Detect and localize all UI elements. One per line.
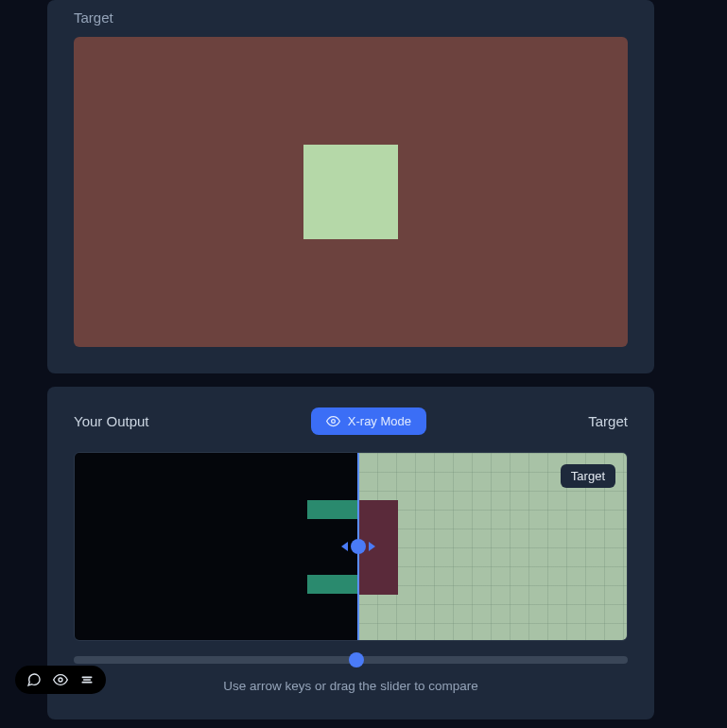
settings-icon[interactable]	[79, 672, 95, 687]
compare-canvas[interactable]: Target	[74, 452, 628, 641]
compare-target-label: Target	[588, 413, 628, 429]
chat-icon[interactable]	[26, 672, 42, 687]
floating-toolbar	[15, 666, 106, 694]
output-shape-1	[307, 500, 358, 519]
svg-point-1	[59, 678, 62, 682]
target-badge: Target	[561, 464, 615, 488]
target-label: Target	[74, 9, 628, 26]
output-shape-2	[307, 575, 358, 594]
arrow-left-icon	[341, 542, 348, 551]
target-panel: Target	[47, 0, 654, 373]
compare-target-view: Target	[358, 453, 627, 640]
output-label: Your Output	[74, 413, 149, 429]
xray-mode-button[interactable]: X-ray Mode	[311, 407, 426, 435]
handle-circle[interactable]	[351, 539, 366, 554]
xray-button-label: X-ray Mode	[348, 414, 411, 428]
compare-panel: Your Output X-ray Mode Target Target	[47, 387, 654, 719]
slider-thumb[interactable]	[349, 652, 364, 667]
compare-handle[interactable]	[341, 539, 375, 554]
view-icon[interactable]	[53, 672, 68, 687]
svg-point-0	[331, 420, 335, 424]
compare-header: Your Output X-ray Mode Target	[74, 407, 628, 435]
target-square	[303, 145, 398, 239]
target-canvas	[74, 37, 628, 347]
eye-icon	[326, 414, 340, 428]
compare-output-view	[75, 453, 358, 640]
arrow-right-icon	[369, 542, 375, 551]
compare-slider[interactable]	[74, 656, 628, 664]
helper-text: Use arrow keys or drag the slider to com…	[74, 679, 628, 693]
